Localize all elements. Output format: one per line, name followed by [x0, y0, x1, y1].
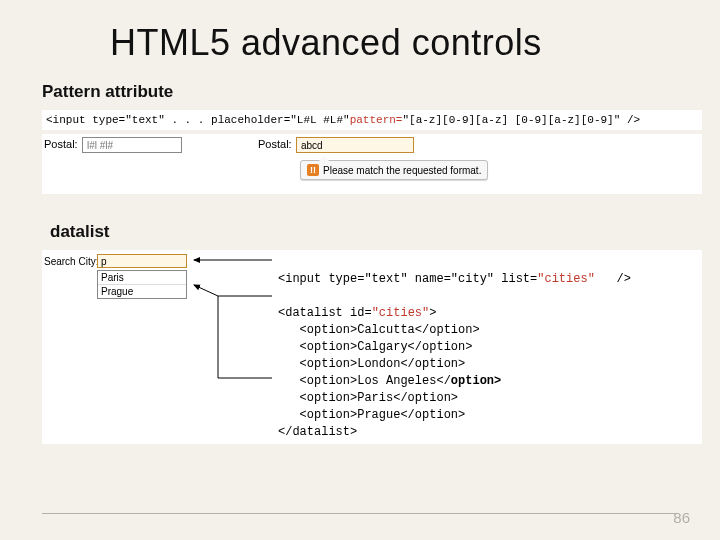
- list-item[interactable]: Paris: [98, 271, 186, 285]
- datalist-code-block: <input type="text" name="city" list="cit…: [278, 254, 631, 441]
- code-pre: <input type="text" . . . placeholder="L#…: [46, 114, 350, 126]
- datalist-suggestions[interactable]: Paris Prague: [97, 270, 187, 299]
- section-heading-datalist: datalist: [50, 222, 720, 242]
- svg-line-1: [194, 285, 218, 296]
- postal-input-2[interactable]: [296, 137, 414, 153]
- postal-input-1[interactable]: [82, 137, 182, 153]
- pattern-examples: Postal: Postal: !! Please match the requ…: [42, 134, 702, 194]
- tooltip-text: Please match the requested format.: [323, 165, 481, 176]
- warning-icon: !!: [307, 164, 319, 176]
- code-highlight-pattern: pattern=: [350, 114, 403, 126]
- code-line-pattern: <input type="text" . . . placeholder="L#…: [42, 110, 702, 130]
- page-number: 86: [673, 509, 690, 526]
- postal-label-2: Postal:: [258, 138, 292, 150]
- slide-title: HTML5 advanced controls: [110, 22, 720, 64]
- code-post: "[a-z][0-9][a-z] [0-9][a-z][0-9]" />: [402, 114, 640, 126]
- section-heading-pattern: Pattern attribute: [42, 82, 720, 102]
- search-city-input[interactable]: [97, 254, 187, 268]
- datalist-example-area: Search City: Paris Prague <input type="t…: [42, 250, 702, 444]
- list-item[interactable]: Prague: [98, 285, 186, 298]
- search-city-label: Search City:: [44, 256, 98, 267]
- validation-tooltip: !! Please match the requested format.: [300, 160, 488, 180]
- footer-divider: [42, 513, 678, 514]
- postal-label-1: Postal:: [44, 138, 78, 150]
